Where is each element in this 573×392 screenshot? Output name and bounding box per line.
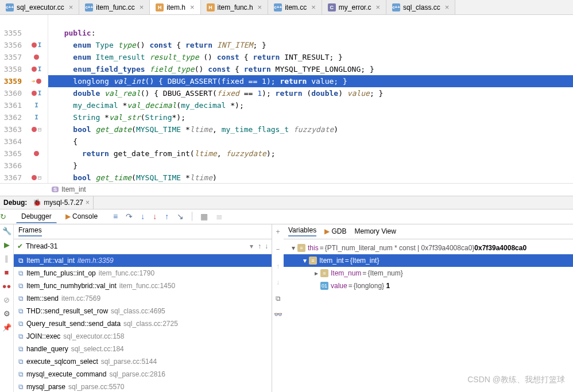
code-line[interactable]: String *val_str(String*);	[48, 111, 573, 123]
breakpoint-icon[interactable]	[34, 55, 39, 60]
stop-button[interactable]: ■	[0, 266, 13, 280]
variable-row[interactable]: ▾≡Item_int = {Item_int}	[284, 254, 573, 267]
view-breakpoints-icon[interactable]: ●●	[0, 280, 13, 293]
close-icon[interactable]: ×	[258, 3, 262, 11]
expand-icon[interactable]: ▸	[312, 269, 320, 277]
stack-frame[interactable]: ⧉Item_func_numhybrid::val_int item_func.…	[14, 280, 272, 292]
override-icon[interactable]: I	[38, 63, 42, 75]
code-line[interactable]: double val_real() { DBUG_ASSERT(fixed ==…	[48, 87, 573, 99]
settings-icon[interactable]: ⚙	[0, 307, 13, 321]
memory-view-tab[interactable]: Memory View	[355, 227, 396, 235]
variable-row[interactable]: ▾≡this = {PTI_num_literal_num * const | …	[284, 242, 573, 254]
breakpoint-icon[interactable]	[32, 67, 37, 72]
code-line[interactable]: enum_field_types field_type() const { re…	[48, 63, 573, 75]
code-line[interactable]: enum Item_result result_type () const { …	[48, 51, 573, 63]
next-frame-icon[interactable]: ↓	[265, 242, 268, 250]
override-icon[interactable]: I	[38, 87, 42, 99]
file-tab[interactable]: Hitem_func.h×	[201, 0, 269, 14]
stack-frame[interactable]: ⧉JOIN::exec sql_executor.cc:158	[14, 330, 272, 343]
breakpoint-icon[interactable]	[32, 175, 37, 180]
stack-frame[interactable]: ⧉execute_sqlcom_select sql_parse.cc:5144	[14, 355, 272, 368]
breakpoint-icon[interactable]	[32, 91, 37, 96]
remove-watch-icon[interactable]: －	[274, 244, 281, 254]
glasses-icon[interactable]: 👓	[274, 311, 282, 319]
frames-tab[interactable]: Frames	[18, 226, 42, 236]
variables-tab[interactable]: Variables	[288, 226, 316, 236]
stack-frame[interactable]: ⧉mysql_parse sql_parse.cc:5570	[14, 381, 272, 393]
file-tab[interactable]: c++sql_executor.cc×	[0, 0, 79, 14]
code-editor[interactable]: 3355335633573358335933603361336233633364…	[0, 15, 573, 183]
step-over-icon[interactable]: ↷	[126, 212, 133, 221]
prev-frame-icon[interactable]: ↑	[258, 242, 261, 250]
fold-icon[interactable]: ⊟	[38, 123, 42, 135]
close-icon[interactable]: ×	[190, 3, 195, 11]
thread-selector[interactable]: ✔ Thread-31 ▾ ↑ ↓	[14, 239, 272, 254]
stack-frame[interactable]: ⧉Item_func_plus::int_op item_func.cc:179…	[14, 267, 272, 280]
code-line[interactable]: public:	[48, 27, 573, 39]
override-icon[interactable]: I	[34, 99, 38, 111]
close-icon[interactable]: ×	[375, 3, 380, 11]
step-out-icon[interactable]: ↑	[165, 212, 169, 221]
file-tab[interactable]: c++item.cc×	[268, 0, 322, 14]
code-line[interactable]: my_decimal *val_decimal(my_decimal *);	[48, 99, 573, 111]
code-line[interactable]: longlong val_int() { DBUG_ASSERT(fixed =…	[48, 75, 573, 87]
expand-icon[interactable]: ▾	[289, 244, 297, 252]
mute-breakpoints-icon[interactable]: ⊘	[0, 293, 13, 307]
add-watch-icon[interactable]: ＋	[274, 227, 281, 236]
fold-icon[interactable]: ⊟	[38, 172, 42, 183]
down-icon[interactable]: ↓	[276, 278, 280, 286]
code-line[interactable]: bool get_time(MYSQL_TIME *ltime)	[48, 172, 573, 183]
step-into-icon[interactable]: ↓	[141, 212, 145, 221]
file-tab[interactable]: c++item_func.cc×	[79, 0, 150, 14]
show-execution-icon[interactable]: ≡	[113, 212, 118, 221]
breakpoint-icon[interactable]	[32, 42, 37, 48]
breadcrumb-struct[interactable]: Item_int	[61, 185, 86, 193]
rerun-button[interactable]: ↻	[0, 209, 6, 223]
evaluate-icon[interactable]: ▦	[200, 212, 208, 221]
file-tab[interactable]: Hitem.h×	[150, 0, 200, 14]
resume-button[interactable]: ▶	[0, 238, 13, 252]
code-line[interactable]: {	[48, 135, 573, 148]
pause-button[interactable]: ∥	[0, 252, 13, 266]
stack-frame[interactable]: ⧉THD::send_result_set_row sql_class.cc:4…	[14, 305, 272, 317]
copy-icon[interactable]: ⧉	[276, 294, 281, 302]
breakpoint-icon[interactable]	[36, 79, 41, 84]
variables-tree[interactable]: ▾≡this = {PTI_num_literal_num * const | …	[284, 239, 573, 294]
breakpoint-icon[interactable]	[32, 127, 37, 132]
close-icon[interactable]: ×	[445, 3, 450, 11]
up-icon[interactable]: ↑	[276, 262, 280, 270]
file-tab[interactable]: Cmy_error.c×	[322, 0, 386, 14]
code-line[interactable]: enum Type type() const { return INT_ITEM…	[48, 39, 573, 51]
pin-icon[interactable]: 📌	[0, 321, 13, 335]
stack-frame[interactable]: ⧉Query_result_send::send_data sql_class.…	[14, 317, 272, 330]
override-icon[interactable]: I	[34, 111, 38, 123]
code-area[interactable]: public: enum Type type() const { return …	[48, 15, 573, 183]
expand-icon[interactable]: ▾	[301, 257, 309, 265]
gdb-tab[interactable]: ▶ GDB	[324, 227, 346, 235]
close-icon[interactable]: ×	[140, 3, 144, 11]
stack-frame[interactable]: ⧉Item::send item.cc:7569	[14, 292, 272, 305]
debugger-tab[interactable]: Debugger	[16, 210, 57, 223]
breadcrumb[interactable]: S Item_int	[0, 183, 573, 196]
variable-row[interactable]: ▸≡Item_num = {Item_num}	[284, 267, 573, 280]
trace-icon[interactable]: ≣	[216, 212, 223, 221]
gutter-icons[interactable]: II➔III⊟⊟	[25, 15, 48, 183]
override-icon[interactable]: I	[38, 39, 42, 51]
code-line[interactable]	[48, 15, 573, 27]
close-icon[interactable]: ×	[86, 199, 90, 207]
stack-frame[interactable]: ⧉handle_query sql_select.cc:184	[14, 343, 272, 355]
wrench-icon[interactable]: 🔧	[0, 224, 13, 238]
code-line[interactable]: return get_date_from_int(ltime, fuzzydat…	[48, 148, 573, 160]
file-tab[interactable]: c++sql_class.cc×	[386, 0, 455, 14]
code-line[interactable]: }	[48, 160, 573, 172]
run-to-cursor-icon[interactable]: ↘	[177, 212, 184, 221]
code-line[interactable]: bool get_date(MYSQL_TIME *ltime, my_time…	[48, 123, 573, 135]
breakpoint-icon[interactable]	[34, 151, 39, 156]
debug-config-tab[interactable]: 🐞 mysql-5.7.27 ×	[29, 196, 94, 209]
frame-list[interactable]: ⧉Item_int::val_int item.h:3359⧉Item_func…	[14, 254, 272, 393]
console-tab[interactable]: ▶ Console	[60, 210, 103, 223]
force-step-into-icon[interactable]: ↓	[153, 212, 157, 221]
stack-frame[interactable]: ⧉mysql_execute_command sql_parse.cc:2816	[14, 368, 272, 381]
stack-frame[interactable]: ⧉Item_int::val_int item.h:3359	[14, 254, 272, 267]
close-icon[interactable]: ×	[69, 3, 73, 11]
